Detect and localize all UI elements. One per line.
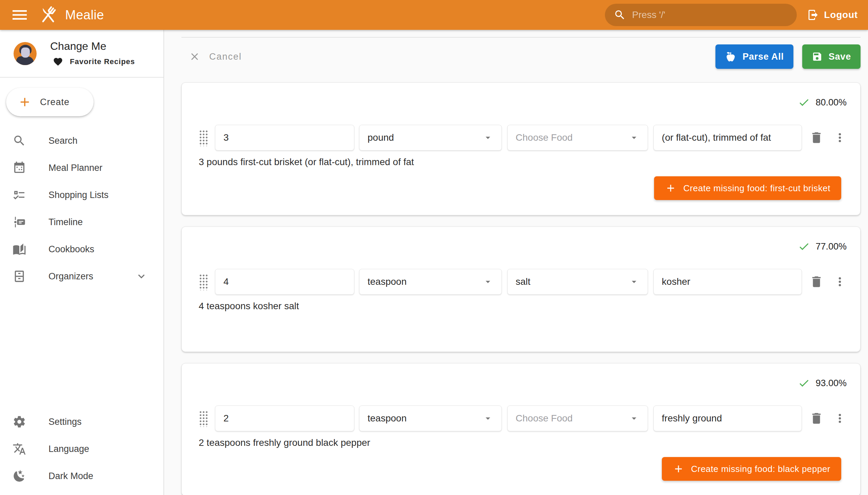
ingredient-card: 77.00% teaspoon saltChoose Food <box>182 226 861 352</box>
translate-icon <box>13 442 26 456</box>
search-input[interactable]: Press '/' <box>605 4 797 26</box>
confidence: 80.00% <box>199 96 847 108</box>
logout-icon <box>807 9 819 21</box>
dots-vertical-icon <box>833 412 847 425</box>
create-missing-food-button[interactable]: Create missing food: first-cut brisket <box>654 176 841 200</box>
original-ingredient-text: 2 teaspoons freshly ground black pepper <box>199 437 847 448</box>
check-icon <box>798 377 810 389</box>
menu-down-icon <box>482 276 493 287</box>
trash-icon <box>809 131 823 145</box>
parse-all-button[interactable]: Parse All <box>715 45 794 69</box>
create-missing-food-button[interactable]: Create missing food: black pepper <box>662 457 841 481</box>
sidebar-item-dark-mode[interactable]: Dark Mode <box>0 462 164 490</box>
sidebar-item-search[interactable]: Search <box>0 127 164 154</box>
avatar[interactable] <box>14 42 37 65</box>
book-open-icon <box>13 242 26 256</box>
sidebar-divider <box>0 77 164 78</box>
ingredient-card: 80.00% pound Choose Food <box>182 82 861 215</box>
gear-icon <box>13 415 26 429</box>
more-options-button[interactable] <box>833 275 847 289</box>
create-button[interactable]: Create <box>6 88 93 116</box>
chevron-down-icon[interactable] <box>135 270 148 283</box>
favorite-recipes-link[interactable]: Favorite Recipes <box>53 57 135 67</box>
logout-button[interactable]: Logout <box>807 9 858 21</box>
dots-vertical-icon <box>833 131 847 144</box>
quantity-input[interactable] <box>215 269 354 295</box>
menu-icon[interactable] <box>10 5 29 24</box>
food-select[interactable]: saltChoose Food <box>507 269 648 295</box>
confidence-value: 80.00% <box>815 97 847 108</box>
app-bar: Mealie Press '/' Logout <box>0 0 868 30</box>
menu-down-icon <box>482 413 493 424</box>
sidebar-item-organizers[interactable]: Organizers <box>0 263 164 290</box>
save-icon <box>812 51 822 62</box>
confidence: 77.00% <box>199 240 847 253</box>
delete-button[interactable] <box>809 411 823 426</box>
sidebar-item-meal-planner[interactable]: Meal Planner <box>0 154 164 182</box>
confidence-value: 77.00% <box>815 241 847 252</box>
content-divider <box>182 37 861 38</box>
sidebar-item-cookbooks[interactable]: Cookbooks <box>0 236 164 263</box>
check-icon <box>798 240 810 253</box>
delete-button[interactable] <box>809 131 823 145</box>
quantity-input[interactable] <box>215 406 354 431</box>
quantity-input[interactable] <box>215 125 354 151</box>
menu-down-icon <box>482 132 493 143</box>
unit-select[interactable]: teaspoon <box>359 406 502 431</box>
main-content: Cancel Parse All Save 80.00% <box>164 30 868 495</box>
sidebar-item-timeline[interactable]: Timeline <box>0 208 164 236</box>
sidebar-footer: Settings Language Dark Mode <box>0 408 164 490</box>
heart-icon <box>53 57 63 67</box>
drag-handle-icon[interactable] <box>199 410 207 427</box>
plus-icon <box>18 95 32 109</box>
note-input[interactable] <box>653 125 802 151</box>
check-icon <box>798 96 810 108</box>
ingredient-card: 93.00% teaspoon Choose Food <box>182 363 861 495</box>
plus-icon <box>673 463 684 475</box>
create-label: Create <box>40 97 69 107</box>
more-options-button[interactable] <box>833 131 847 144</box>
save-button[interactable]: Save <box>802 45 861 69</box>
trash-icon <box>809 411 823 426</box>
file-cabinet-icon <box>13 270 26 283</box>
logout-label: Logout <box>824 10 858 20</box>
checklist-icon <box>13 188 26 202</box>
sidebar-item-language[interactable]: Language <box>0 435 164 462</box>
ingredient-cards: 80.00% pound Choose Food <box>182 82 861 495</box>
dots-vertical-icon <box>833 275 847 289</box>
timeline-icon <box>13 215 26 229</box>
user-section: Change Me Favorite Recipes <box>0 30 164 77</box>
note-input[interactable] <box>653 406 802 431</box>
search-icon <box>614 9 626 21</box>
menu-down-icon <box>629 132 640 143</box>
sidebar-nav: Search Meal Planner Shopping Lists Timel… <box>0 127 164 290</box>
favorite-recipes-label: Favorite Recipes <box>70 57 135 66</box>
close-icon <box>189 51 200 62</box>
original-ingredient-text: 3 pounds first-cut brisket (or flat-cut)… <box>199 157 847 168</box>
drag-handle-icon[interactable] <box>199 129 207 146</box>
app-title: Mealie <box>65 8 104 22</box>
sidebar-item-settings[interactable]: Settings <box>0 408 164 435</box>
note-input[interactable] <box>653 269 802 295</box>
menu-down-icon <box>629 276 640 287</box>
moon-icon <box>13 469 26 483</box>
mealie-logo-icon <box>38 5 58 25</box>
food-select[interactable]: Choose Food <box>507 406 648 431</box>
drag-handle-icon[interactable] <box>199 273 207 290</box>
user-name: Change Me <box>50 40 135 53</box>
menu-down-icon <box>629 413 640 424</box>
search-icon <box>13 134 26 148</box>
confidence-value: 93.00% <box>815 378 847 389</box>
delete-button[interactable] <box>809 275 823 289</box>
unit-select[interactable]: pound <box>359 125 502 151</box>
food-select[interactable]: Choose Food <box>507 125 648 151</box>
confidence: 93.00% <box>199 377 847 389</box>
search-placeholder: Press '/' <box>632 10 665 20</box>
parser-toolbar: Cancel Parse All Save <box>182 45 861 69</box>
cancel-button[interactable]: Cancel <box>189 51 242 62</box>
trash-icon <box>809 275 823 289</box>
more-options-button[interactable] <box>833 412 847 425</box>
sidebar-item-shopping-lists[interactable]: Shopping Lists <box>0 182 164 208</box>
unit-select[interactable]: teaspoon <box>359 269 502 295</box>
brand[interactable]: Mealie <box>38 5 104 25</box>
